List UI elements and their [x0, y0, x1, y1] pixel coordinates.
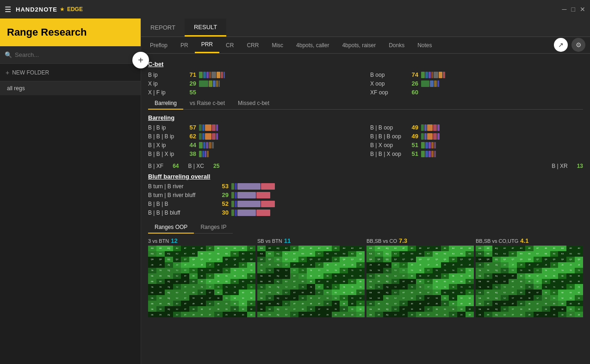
inner-tabs: Barreling vs Raise c-bet Missed c-bet: [148, 98, 583, 110]
barrel-row-1: B | B | B ip 62: [148, 133, 361, 140]
sub-tab-pr[interactable]: PR: [174, 37, 195, 53]
barrel-right-row-0: B | B oop 49: [370, 124, 583, 131]
new-folder-button[interactable]: + NEW FOLDER: [0, 64, 141, 81]
range-title-3: BB,SB vs CO,UTG: [476, 238, 518, 244]
range-grids: 3 vs BTN12AAAKAQAJATA9A8A7A6A5A4A3A2KAKK…: [148, 237, 583, 317]
range-number-3: 4.1: [520, 237, 528, 244]
barrel-right-1-label: B | B | B oop: [370, 133, 403, 140]
barrel-left-3-bar: [199, 151, 209, 157]
sub-tab-cr[interactable]: CR: [219, 37, 240, 53]
left-panel: Range Research 🔍 + NEW FOLDER all regs +: [0, 19, 141, 364]
bluff-row-0: B turn | B river 53: [148, 183, 583, 190]
sub-tab-notes[interactable]: Notes: [411, 37, 438, 53]
cbet-row-xoop: X oop 26: [370, 80, 583, 87]
cbet-boop-label: B oop: [370, 72, 403, 78]
bluff-2-bar: [231, 201, 275, 207]
barrel-left-1-bar: [199, 133, 218, 140]
barrel-right-0-label: B | B oop: [370, 124, 403, 131]
cbet-bip-label: B ip: [148, 72, 180, 78]
ranges-tab-ip[interactable]: Ranges IP: [194, 222, 233, 234]
cbet-xip-label: X ip: [148, 80, 180, 87]
inner-tab-missed[interactable]: Missed c-bet: [231, 98, 276, 109]
barrel-right-0-bar: [421, 124, 440, 131]
menu-icon[interactable]: ☰: [5, 5, 11, 14]
tab-result[interactable]: RESULT: [185, 19, 226, 37]
barrel-right-row-3: B | B | X oop 51: [370, 150, 583, 157]
misc-row: B | XF 64 B | XC 25 B | XR 13: [148, 163, 583, 169]
bluff-3-bar: [231, 210, 270, 216]
barrel-left-3-label: B | B | X ip: [148, 151, 180, 157]
barrel-right-2-label: B | X oop: [370, 142, 403, 148]
barrel-right-3-value: 51: [405, 150, 418, 157]
barrel-right-1-value: 49: [405, 133, 418, 140]
cbet-xfoop-value: 60: [405, 89, 418, 96]
sub-tab-4bpots-caller[interactable]: 4bpots, caller: [290, 37, 335, 53]
app-edition: EDGE: [67, 6, 83, 12]
tab-report[interactable]: REPORT: [141, 19, 185, 37]
cbet-left: B ip 71 X ip 29: [148, 71, 361, 98]
barrel-left-1-label: B | B | B ip: [148, 133, 180, 140]
inner-tab-barreling[interactable]: Barreling: [148, 98, 183, 110]
settings-button[interactable]: ⚙: [571, 38, 585, 52]
minimize-button[interactable]: ─: [562, 6, 567, 13]
barrel-row-0: B | B ip 57: [148, 124, 361, 131]
bluff-1-value: 29: [216, 191, 229, 198]
inner-tab-vs-raise[interactable]: vs Raise c-bet: [183, 98, 231, 109]
barrel-right-2-value: 51: [405, 142, 418, 148]
plus-icon: +: [6, 69, 9, 76]
range-title-0: 3 vs BTN: [148, 238, 169, 244]
titlebar: ☰ HAND2NOTE ★ EDGE ─ □ ✕: [0, 0, 590, 19]
ranges-tab-oop[interactable]: Ranges OOP: [148, 222, 194, 234]
export-button[interactable]: ↗: [554, 38, 568, 52]
misc-bxf-value: 64: [173, 163, 179, 169]
bluff-2-label: B | B | B: [148, 201, 213, 207]
search-input[interactable]: [15, 51, 136, 58]
sub-tab-preflop[interactable]: Preflop: [143, 37, 174, 53]
folder-item-all-regs[interactable]: all regs: [0, 81, 141, 95]
barrel-left-2-bar: [199, 142, 214, 148]
range-header-3: BB,SB vs CO,UTG4.1: [476, 237, 583, 244]
maximize-button[interactable]: □: [571, 6, 575, 13]
bluff-1-bar: [231, 192, 270, 198]
barrel-right-2-bar: [421, 142, 436, 148]
bluff-0-value: 53: [216, 183, 229, 190]
barrel-right-3-label: B | B | X oop: [370, 151, 403, 157]
cbet-bip-bar: [199, 72, 225, 78]
close-button[interactable]: ✕: [580, 6, 585, 13]
barrel-left-2-value: 44: [183, 142, 196, 148]
range-header-0: 3 vs BTN12: [148, 237, 255, 244]
barrel-left-2-label: B | X ip: [148, 142, 180, 148]
bluff-row-2: B | B | B 52: [148, 200, 583, 207]
toolbar-icons: ↗ ⚙: [554, 38, 585, 52]
cbet-xfip-label: X | F ip: [148, 89, 180, 96]
content-area: C-bet B ip 71: [141, 54, 590, 364]
bluff-section-title: Bluff barreling overall: [148, 173, 583, 180]
cbet-bip-value: 71: [183, 71, 196, 78]
bluff-3-label: B | B | B bluff: [148, 210, 213, 216]
sub-tab-donks[interactable]: Donks: [382, 37, 411, 53]
cbet-right: B oop 74 X oop 26: [370, 71, 583, 98]
barrel-left-3-value: 38: [183, 150, 196, 157]
sub-tab-crr[interactable]: CRR: [240, 37, 265, 53]
app-logo: HAND2NOTE: [16, 6, 57, 13]
cbet-boop-value: 74: [405, 71, 418, 78]
barrel-row-2: B | X ip 44: [148, 142, 361, 148]
bluff-row-3: B | B | B bluff 30: [148, 209, 583, 216]
tab-bar: REPORT RESULT ↗ ⚙: [141, 19, 590, 37]
panel-title: Range Research: [0, 19, 141, 46]
window-controls: ─ □ ✕: [562, 6, 585, 13]
add-button[interactable]: +: [132, 52, 149, 68]
cbet-row-xip: X ip 29: [148, 80, 361, 87]
cbet-xfoop-label: XF oop: [370, 89, 403, 96]
range-number-1: 11: [284, 237, 291, 244]
range-number-2: 7.3: [399, 237, 407, 244]
sub-tab-4bpots-raiser[interactable]: 4bpots, raiser: [335, 37, 382, 53]
sub-tab-prr[interactable]: PRR: [195, 37, 219, 53]
bluff-0-label: B turn | B river: [148, 183, 213, 190]
barreling-right: B | B oop 49 B | B | B oop 49: [370, 124, 583, 159]
ranges-section: Ranges OOP Ranges IP 3 vs BTN12AAAKAQAJA…: [148, 222, 583, 317]
sub-tab-misc[interactable]: Misc: [265, 37, 290, 53]
star-icon: ★: [60, 6, 65, 12]
barrel-right-3-bar: [421, 151, 436, 157]
new-folder-label: NEW FOLDER: [12, 69, 49, 76]
